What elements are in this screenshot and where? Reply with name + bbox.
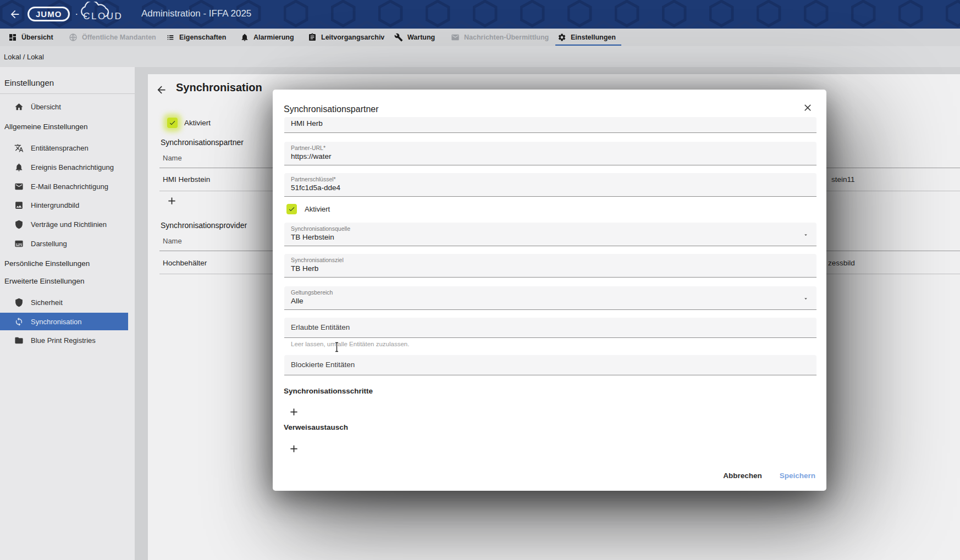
aktiviert-checkbox[interactable]: [286, 204, 297, 214]
sidebar-item-uebersicht[interactable]: Übersicht: [0, 98, 128, 115]
tab-oeffentliche-mandanten[interactable]: Öffentliche Mandanten: [69, 29, 156, 46]
back-arrow-icon[interactable]: [9, 8, 21, 20]
sidebar-item-entitaetensprachen[interactable]: Entitätensprachen: [0, 140, 128, 156]
field-label: Partner-URL*: [291, 145, 325, 151]
chevron-down-icon[interactable]: [803, 296, 809, 302]
tab-einstellungen[interactable]: Einstellungen: [558, 29, 616, 46]
mail-icon: [451, 33, 460, 42]
synchronisationspartner-dialog: Synchronisationspartner HMI Herb Partner…: [273, 90, 826, 491]
table-row[interactable]: HMI Herbstein: [163, 175, 210, 184]
tab-label: Leitvorgangsarchiv: [321, 34, 384, 41]
close-icon[interactable]: [802, 102, 813, 113]
add-sync-step-button[interactable]: [288, 406, 300, 418]
sidebar-item-synchronisation[interactable]: Synchronisation: [0, 313, 128, 330]
sync-source-select[interactable]: Synchronisationsquelle TB Herbstein: [284, 223, 816, 246]
dialog-actions: Abbrechen Speichern: [723, 472, 815, 480]
sidebar-item-label: Entitätensprachen: [31, 144, 89, 152]
plus-icon: [288, 406, 300, 418]
globe-icon: [69, 33, 78, 42]
table-row[interactable]: Hochbehälter: [163, 259, 207, 267]
field-label: Partnerschlüssel*: [291, 176, 336, 182]
image-icon: [14, 201, 24, 210]
checkbox-label: Aktiviert: [305, 205, 330, 213]
field-placeholder: Erlaubte Entitäten: [291, 318, 350, 337]
name-field[interactable]: HMI Herb: [284, 117, 816, 133]
sidebar-item-label: Ereignis Benachrichtigung: [31, 163, 114, 171]
sidebar-item-label: Hintergrundbild: [31, 201, 79, 209]
cancel-button[interactable]: Abbrechen: [723, 472, 762, 480]
scope-select[interactable]: Geltungsbereich Alle: [284, 286, 816, 310]
tab-alarmierung[interactable]: Alarmierung: [240, 29, 294, 46]
field-value: TB Herb: [291, 264, 318, 273]
table-cell-fragment: zessbild: [828, 259, 855, 267]
chevron-down-icon[interactable]: [803, 232, 809, 238]
sync-icon: [14, 317, 24, 326]
wrench-icon: [394, 33, 403, 42]
plus-icon: [166, 195, 178, 207]
sidebar-item-email-benachrichtigung[interactable]: E-Mail Benachrichtigung: [0, 178, 128, 195]
tab-eigenschaften[interactable]: Eigenschaften: [166, 29, 226, 46]
sidebar-item-blue-print-registries[interactable]: Blue Print Registries: [0, 332, 128, 348]
checkbox-label: Aktiviert: [184, 119, 211, 127]
cloud-wordmark: CLOUD: [83, 5, 123, 22]
sidebar-item-sicherheit[interactable]: Sicherheit: [0, 294, 128, 311]
plus-icon: [288, 443, 300, 454]
column-header-name: Name: [163, 237, 182, 245]
sidebar-item-label: Blue Print Registries: [31, 336, 96, 345]
tab-label: Einstellungen: [571, 34, 616, 41]
shield-icon: [14, 220, 24, 229]
add-reference-button[interactable]: [288, 443, 300, 454]
partner-key-field[interactable]: Partnerschlüssel* 51fc1d5a-dde4: [284, 173, 816, 197]
sidebar-item-ereignis-benachrichtigung[interactable]: Ereignis Benachrichtigung: [0, 159, 128, 175]
tab-wartung[interactable]: Wartung: [394, 29, 435, 46]
breadcrumb: Lokal / Lokal: [0, 46, 960, 67]
sidebar-item-label: Verträge und Richtlinien: [31, 220, 107, 229]
references-heading: Verweisaustausch: [284, 423, 348, 431]
tab-label: Wartung: [407, 34, 435, 41]
back-arrow-icon[interactable]: [156, 84, 167, 96]
aktiviert-checkbox[interactable]: [167, 118, 178, 128]
tab-label: Übersicht: [21, 34, 53, 41]
sidebar-item-label: Darstellung: [31, 240, 67, 248]
partner-url-field[interactable]: Partner-URL* https://water: [284, 142, 816, 165]
save-button[interactable]: Speichern: [780, 472, 815, 480]
text-cursor: [334, 342, 339, 352]
field-label: Synchronisationsziel: [291, 257, 344, 263]
tab-uebersicht[interactable]: Übersicht: [8, 29, 53, 46]
tab-label: Nachrichten-Übermittlung: [464, 34, 549, 41]
field-value: 51fc1d5a-dde4: [291, 184, 340, 192]
tab-leitvorgangsarchiv[interactable]: Leitvorgangsarchiv: [308, 29, 384, 46]
field-value: Alle: [291, 297, 304, 305]
sidebar-item-label: Sicherheit: [31, 298, 63, 307]
translate-icon: [14, 143, 24, 153]
partner-section-heading: Synchronisationspartner: [161, 138, 244, 147]
dialog-title: Synchronisationspartner: [284, 104, 379, 114]
field-placeholder: Blockierte Entitäten: [291, 355, 355, 375]
divider: [0, 93, 135, 94]
bell-icon: [14, 163, 24, 172]
list-icon: [166, 33, 175, 42]
content-title: Synchronisation: [176, 81, 262, 94]
dashboard-icon: [8, 33, 17, 42]
sync-steps-heading: Synchronisationsschritte: [284, 387, 373, 395]
aktiviert-checkbox-row: Aktiviert: [167, 118, 211, 128]
sidebar-item-darstellung[interactable]: Darstellung: [0, 235, 128, 252]
jumo-cloud-logo: JUMO · CLOUD: [27, 5, 123, 22]
top-navigation: Übersicht Öffentliche Mandanten Eigensch…: [0, 29, 960, 46]
check-icon: [169, 119, 176, 126]
add-partner-button[interactable]: [166, 195, 178, 207]
field-label: Synchronisationsquelle: [291, 225, 350, 232]
home-icon: [14, 102, 24, 112]
clipboard-icon: [308, 33, 317, 42]
sidebar-item-hintergrundbild[interactable]: Hintergrundbild: [0, 197, 128, 213]
tab-nachrichten-uebermittlung[interactable]: Nachrichten-Übermittlung: [451, 29, 549, 46]
aktiviert-checkbox-row: Aktiviert: [286, 204, 330, 214]
provider-section-heading: Synchronisationsprovider: [161, 221, 247, 230]
allowed-entities-field[interactable]: Erlaubte Entitäten: [284, 318, 816, 338]
cloud-icon: [80, 2, 119, 18]
sync-target-field[interactable]: Synchronisationsziel TB Herb: [284, 254, 816, 278]
blocked-entities-field[interactable]: Blockierte Entitäten: [284, 355, 816, 375]
folder-icon: [14, 336, 24, 345]
bell-icon: [240, 33, 249, 42]
sidebar-item-vertraege-richtlinien[interactable]: Verträge und Richtlinien: [0, 216, 128, 232]
